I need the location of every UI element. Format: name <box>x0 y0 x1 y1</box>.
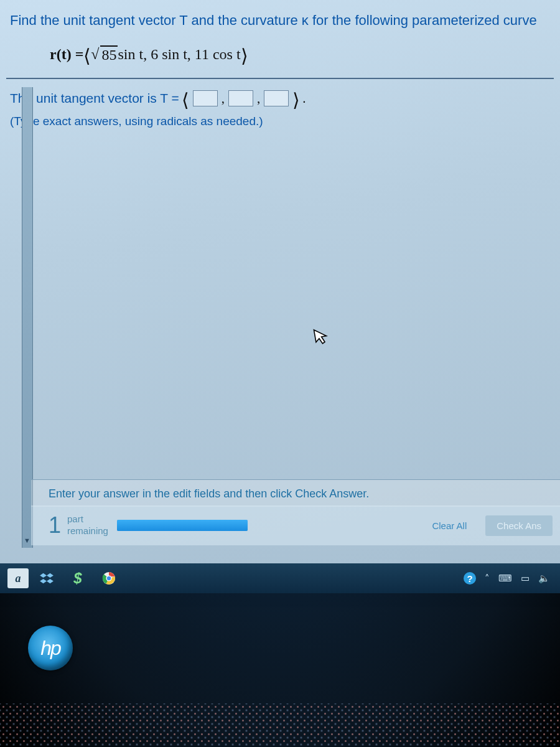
scroll-down-arrow-icon[interactable]: ▼ <box>24 537 30 544</box>
answer-input-1[interactable] <box>193 90 218 106</box>
answer-period: . <box>302 91 306 106</box>
chrome-icon[interactable] <box>96 567 122 590</box>
answer-angle-open: ⟨ <box>182 89 189 111</box>
part-number: 1 <box>49 512 61 538</box>
work-area <box>0 134 560 433</box>
progress-bar <box>117 520 248 531</box>
svg-point-2 <box>107 576 111 580</box>
equation-display: r(t) = ⟨ √85 sin t, 6 sin t, 11 cos t ⟩ <box>0 36 560 78</box>
taskbar-app-a[interactable]: a <box>7 568 29 588</box>
money-app-icon[interactable]: $ <box>65 567 91 590</box>
sqrt-symbol: √ <box>91 46 99 63</box>
system-tray[interactable]: ? ˄ ⌨ ▭ 🔈 <box>464 572 555 585</box>
equation-prefix: r(t) = <box>50 46 83 63</box>
answer-comma-1: , <box>222 91 225 106</box>
keyboard-icon[interactable]: ⌨ <box>498 573 512 584</box>
answer-input-3[interactable] <box>264 90 289 106</box>
equation-body: sin t, 6 sin t, 11 cos t <box>118 46 240 63</box>
hp-logo: hp <box>28 626 73 670</box>
answer-hint: (Type exact answers, using radicals as n… <box>0 112 560 134</box>
clear-all-button[interactable]: Clear All <box>421 515 478 536</box>
question-prompt: Find the unit tangent vector T and the c… <box>0 0 560 36</box>
answer-comma-2: , <box>257 91 260 106</box>
mouse-cursor-icon <box>312 326 331 350</box>
instruction-text: Enter your answer in the edit fields and… <box>31 479 560 507</box>
answer-label: The unit tangent vector is T = <box>10 91 179 106</box>
answer-row: The unit tangent vector is T = ⟨ , , ⟩ . <box>0 82 560 112</box>
answer-angle-close: ⟩ <box>292 89 300 111</box>
battery-icon[interactable]: ▭ <box>521 573 530 584</box>
homework-app-window: Find the unit tangent vector T and the c… <box>0 0 560 563</box>
answer-input-2[interactable] <box>228 90 253 106</box>
windows-taskbar[interactable]: a $ ? ˄ ⌨ ▭ 🔈 <box>0 563 560 593</box>
sqrt-value: 85 <box>100 45 118 63</box>
part-label-bottom: remaining <box>67 525 108 537</box>
volume-icon[interactable]: 🔈 <box>538 573 550 584</box>
chevron-up-icon[interactable]: ˄ <box>485 573 490 584</box>
check-answer-button[interactable]: Check Ans <box>485 515 553 536</box>
dropbox-icon[interactable] <box>34 567 60 590</box>
part-labels: part remaining <box>67 514 108 537</box>
vertical-scrollbar[interactable]: ▼ <box>22 87 33 548</box>
bottom-toolbar: 1 part remaining Clear All Check Ans <box>31 505 560 545</box>
angle-open: ⟨ <box>83 45 91 67</box>
part-label-top: part <box>67 514 108 525</box>
help-icon[interactable]: ? <box>464 572 476 585</box>
progress-fill <box>117 520 248 531</box>
keyboard-texture-2 <box>0 703 560 747</box>
angle-close: ⟩ <box>241 45 248 67</box>
section-divider <box>6 78 554 79</box>
